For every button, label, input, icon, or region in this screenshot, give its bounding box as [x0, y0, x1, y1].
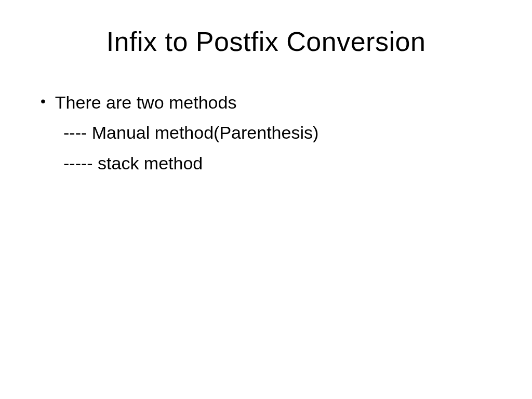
bullet-text: There are two methods [55, 88, 496, 116]
slide-title: Infix to Postfix Conversion [36, 26, 496, 57]
bullet-item: • There are two methods [36, 88, 496, 116]
sub-item: ----- stack method [63, 149, 496, 177]
slide-content: • There are two methods ---- Manual meth… [36, 88, 496, 177]
bullet-marker: • [41, 88, 46, 114]
slide-container: Infix to Postfix Conversion • There are … [0, 0, 532, 399]
sub-item: ---- Manual method(Parenthesis) [63, 118, 496, 147]
